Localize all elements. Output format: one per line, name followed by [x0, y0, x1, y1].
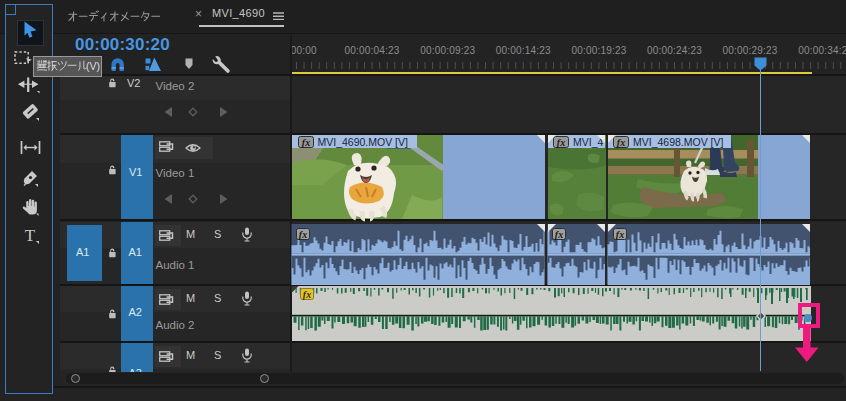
- svg-text:fx: fx: [303, 288, 311, 299]
- svg-text:T: T: [25, 226, 36, 245]
